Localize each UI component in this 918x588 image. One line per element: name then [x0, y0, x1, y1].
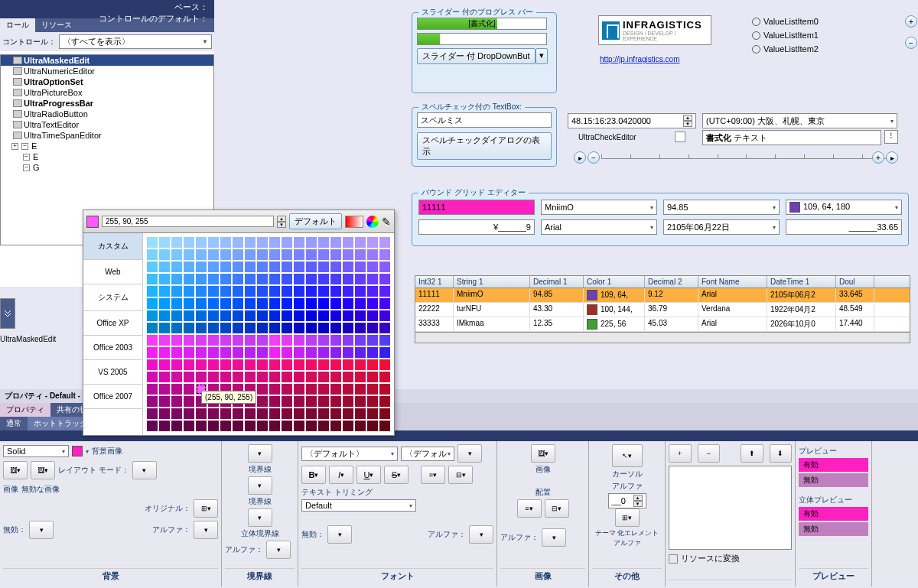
color-cell[interactable] — [183, 249, 195, 261]
tab-role[interactable]: ロール — [0, 18, 35, 32]
color-cell[interactable] — [281, 236, 293, 249]
color-cell[interactable] — [158, 383, 171, 395]
color-cell[interactable] — [256, 310, 269, 322]
theme-alpha-button[interactable]: ⊞▾ — [615, 508, 640, 527]
color-cell[interactable] — [354, 408, 366, 420]
date-dropdown[interactable]: 2105年06月22日▾ — [663, 219, 780, 235]
font-disabled-button[interactable]: ▾ — [327, 525, 352, 544]
color-cell[interactable] — [317, 261, 330, 273]
gradient-icon[interactable] — [345, 216, 363, 228]
color-cell[interactable] — [207, 322, 220, 334]
color-cell[interactable] — [342, 371, 354, 383]
data-grid[interactable]: Int32 1String 1Decimal 1Color 1Decimal 2… — [415, 275, 910, 343]
color-cell[interactable] — [379, 297, 391, 310]
color-cell[interactable] — [269, 236, 281, 249]
table-cell[interactable]: 94.85 — [530, 288, 584, 302]
color-cell[interactable] — [220, 236, 232, 249]
color-cell[interactable] — [183, 383, 195, 395]
color-cell[interactable] — [330, 261, 342, 273]
color-cell[interactable] — [146, 297, 158, 310]
color-cell[interactable] — [317, 334, 330, 346]
color-cell[interactable] — [317, 408, 330, 420]
bold-button[interactable]: B▾ — [301, 466, 326, 484]
disabled-button[interactable]: ▾ — [29, 521, 54, 539]
grid-column-header[interactable]: String 1 — [454, 276, 530, 288]
color-cell[interactable] — [256, 297, 269, 310]
color-cell[interactable] — [232, 322, 244, 334]
color-cell[interactable] — [244, 420, 256, 432]
color-cell[interactable] — [281, 346, 293, 359]
color-cell[interactable] — [158, 310, 171, 322]
table-cell[interactable]: 2105年06月2 — [767, 288, 836, 302]
collapse-handle[interactable] — [0, 298, 15, 329]
color-cell[interactable] — [330, 383, 342, 395]
table-cell[interactable]: 109, 64, — [584, 288, 645, 302]
color-cell[interactable] — [146, 346, 158, 359]
control-item[interactable]: UltraRadioButton — [1, 109, 213, 119]
color-cell[interactable] — [342, 285, 354, 297]
color-cell[interactable] — [379, 310, 391, 322]
color-cell[interactable] — [146, 408, 158, 420]
tree-node[interactable]: +− E — [1, 141, 213, 151]
color-wheel-icon[interactable] — [366, 216, 379, 228]
color-cell[interactable] — [146, 383, 158, 395]
font-alpha-button[interactable]: ▾ — [469, 525, 493, 544]
font-dropdown[interactable]: Arial▾ — [541, 219, 657, 235]
color-tab[interactable]: VS 2005 — [83, 360, 142, 385]
table-cell[interactable]: 33333 — [415, 317, 454, 331]
color-cell[interactable] — [293, 383, 305, 395]
color-cell[interactable] — [220, 371, 232, 383]
int-field[interactable]: 11111 — [418, 200, 535, 215]
color-cell[interactable] — [195, 285, 207, 297]
color-tab[interactable]: システム — [83, 284, 142, 311]
color-cell[interactable] — [232, 420, 244, 432]
color-cell[interactable] — [183, 310, 195, 322]
color-cell[interactable] — [342, 297, 354, 310]
spell-dialog-button[interactable]: スペルチェックダイアログの表示 — [417, 132, 552, 160]
color-cell[interactable] — [317, 383, 330, 395]
color-cell[interactable] — [195, 322, 207, 334]
subtab-normal[interactable]: 通常 — [0, 417, 28, 430]
color-tab[interactable]: Web — [83, 260, 142, 284]
color-cell[interactable] — [342, 395, 354, 408]
color-cell[interactable] — [305, 273, 317, 285]
color-cell[interactable] — [171, 261, 183, 273]
color-cell[interactable] — [244, 359, 256, 371]
color-cell[interactable] — [354, 310, 366, 322]
control-item[interactable]: UltraTimeSpanEditor — [1, 130, 213, 141]
color-cell[interactable] — [379, 371, 391, 383]
color-cell[interactable] — [281, 371, 293, 383]
color-cell[interactable] — [354, 334, 366, 346]
color-cell[interactable] — [366, 408, 379, 420]
color-cell[interactable] — [354, 420, 366, 432]
checkbox[interactable] — [675, 132, 685, 142]
color-cell[interactable] — [281, 322, 293, 334]
color-cell[interactable] — [330, 297, 342, 310]
timespan-field[interactable]: 48.15:16:23.0420000 ▲▼ — [568, 113, 696, 128]
color-cell[interactable] — [171, 420, 183, 432]
color-cell[interactable] — [305, 236, 317, 249]
color-cell[interactable] — [256, 346, 269, 359]
slider[interactable] — [601, 153, 892, 164]
color-cell[interactable] — [366, 322, 379, 334]
chevron-down-icon[interactable]: ▾ — [536, 48, 548, 64]
color-cell[interactable] — [195, 261, 207, 273]
color-cell[interactable] — [232, 285, 244, 297]
color-cell[interactable] — [171, 285, 183, 297]
border-button-2[interactable]: ▾ — [248, 476, 272, 495]
spell-textbox[interactable] — [417, 112, 552, 128]
color-cell[interactable] — [256, 359, 269, 371]
color-cell[interactable] — [379, 273, 391, 285]
color-cell[interactable] — [183, 346, 195, 359]
slider-plus-button[interactable]: + — [872, 151, 884, 164]
color-cell[interactable] — [269, 334, 281, 346]
tab-properties[interactable]: プロパティ — [0, 403, 50, 417]
color-cell[interactable] — [256, 249, 269, 261]
convert-checkbox[interactable] — [669, 554, 678, 564]
color-cell[interactable] — [183, 236, 195, 249]
color-cell[interactable] — [256, 383, 269, 395]
color-cell[interactable] — [232, 297, 244, 310]
image-set-button[interactable]: 🖼▾ — [531, 444, 555, 463]
color-cell[interactable] — [256, 261, 269, 273]
color-cell[interactable] — [317, 273, 330, 285]
